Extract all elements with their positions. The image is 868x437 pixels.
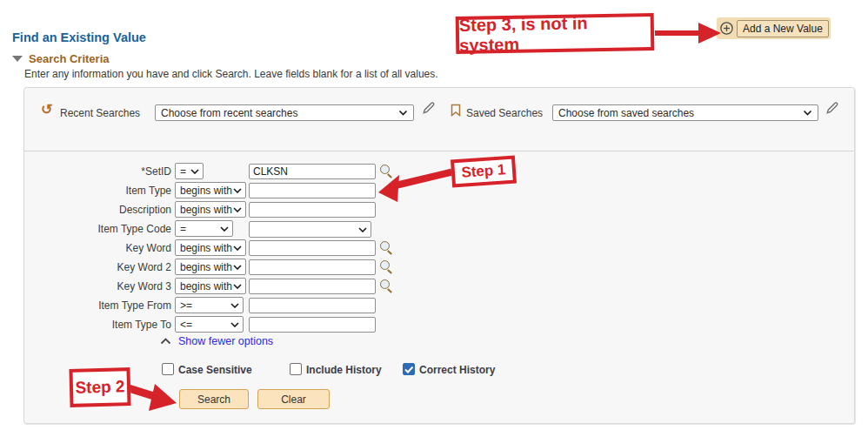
include-history-checkbox[interactable] [290,363,302,375]
chevron-up-icon [160,338,171,345]
chevron-down-icon [803,110,812,116]
show-fewer-options-label: Show fewer options [178,335,273,347]
key-word-2-label: Key Word 2 [24,261,171,273]
step1-annotation-box: Step 1 [451,155,517,187]
chevron-down-icon [233,265,242,270]
item-type-operator-select[interactable]: begins with [175,182,246,198]
key-word-3-input[interactable] [249,279,376,294]
history-icon: ↺ [41,102,52,118]
chevron-down-icon [358,227,367,232]
saved-searches-select[interactable]: Choose from saved searches [552,104,818,121]
page-title: Find an Existing Value [12,30,146,44]
chevron-down-icon [190,169,199,174]
item-type-code-operator-select[interactable]: = [175,220,233,237]
item-type-row: Item Type begins with [24,182,854,199]
chevron-down-icon [233,284,242,289]
correct-history-label: Correct History [419,364,495,376]
item-type-label: Item Type [24,185,171,197]
key-word-2-lookup-magnifier-icon[interactable] [380,260,393,273]
chevron-down-icon [230,303,239,308]
step3-annotation-box: Step 3, is not in system [456,13,655,54]
chevron-down-icon [398,110,408,116]
item-type-to-input[interactable] [249,317,376,333]
item-type-from-input[interactable] [249,298,376,313]
recent-searches-label: Recent Searches [60,107,140,119]
setid-lookup-magnifier-icon[interactable] [380,165,393,178]
saved-searches-selected-value: Choose from saved searches [558,107,694,119]
description-row: Description begins with [24,201,854,218]
case-sensitive-label: Case Sensitive [178,364,252,376]
search-criteria-header[interactable]: Search Criteria [12,52,110,65]
edit-recent-searches-pencil-icon[interactable] [421,101,436,118]
key-word-operator-select[interactable]: begins with [175,239,246,256]
setid-input[interactable] [249,164,376,179]
description-label: Description [24,204,171,216]
item-type-to-operator-select[interactable]: <= [175,316,244,333]
key-word-2-input[interactable] [249,259,376,275]
description-input[interactable] [249,202,376,218]
key-word-2-operator-select[interactable]: begins with [175,259,246,275]
step3-arrow [655,23,721,44]
item-type-code-label: Item Type Code [24,223,171,235]
history-options-row: Case Sensitive Include History Correct H… [24,362,854,376]
clear-button[interactable]: Clear [257,389,330,409]
item-type-to-row: Item Type To <= [24,316,854,333]
key-word-2-row: Key Word 2 begins with [24,259,854,276]
search-button[interactable]: Search [179,389,249,409]
item-type-code-value-select[interactable] [249,221,371,238]
item-type-input[interactable] [249,183,376,198]
item-type-from-label: Item Type From [24,299,171,312]
setid-label: *SetID [24,165,171,178]
key-word-row: Key Word begins with [24,239,854,257]
description-operator-select[interactable]: begins with [175,201,246,218]
chevron-down-icon [233,245,242,251]
correct-history-checkbox[interactable] [403,363,415,375]
bookmark-icon [451,104,461,119]
case-sensitive-checkbox[interactable] [162,363,174,375]
key-word-lookup-magnifier-icon[interactable] [380,241,393,254]
saved-searches-label: Saved Searches [466,107,543,119]
key-word-3-lookup-magnifier-icon[interactable] [380,279,393,292]
panel-divider [24,151,854,151]
key-word-label: Key Word [24,242,171,254]
edit-saved-searches-pencil-icon[interactable] [825,101,839,118]
show-fewer-options-link[interactable]: Show fewer options [160,335,273,347]
recent-searches-select[interactable]: Choose from recent searches [155,104,414,121]
chevron-down-icon [220,226,229,232]
item-type-code-row: Item Type Code = [24,220,854,238]
setid-row: *SetID = [24,163,854,180]
key-word-3-operator-select[interactable]: begins with [175,278,246,294]
chevron-down-icon [233,207,242,212]
key-word-3-label: Key Word 3 [24,280,171,292]
step2-annotation-box: Step 2 [69,367,130,407]
include-history-label: Include History [306,364,382,376]
key-word-input[interactable] [249,240,376,256]
collapse-triangle-icon [12,56,23,62]
key-word-3-row: Key Word 3 begins with [24,278,854,295]
add-new-value-label: Add a New Value [737,20,829,37]
add-new-value-button[interactable]: Add a New Value [717,17,831,39]
chevron-down-icon [230,322,239,327]
instructions-text: Enter any information you have and click… [24,68,438,80]
item-type-to-label: Item Type To [24,319,171,331]
item-type-from-operator-select[interactable]: >= [175,297,244,313]
search-criteria-label: Search Criteria [29,52,110,65]
chevron-down-icon [233,188,242,193]
search-criteria-panel: ↺ Recent Searches Choose from recent sea… [23,87,855,424]
item-type-from-row: Item Type From >= [24,297,854,314]
plus-circle-icon [719,21,734,36]
setid-operator-select[interactable]: = [175,163,204,179]
recent-searches-selected-value: Choose from recent searches [161,107,297,119]
